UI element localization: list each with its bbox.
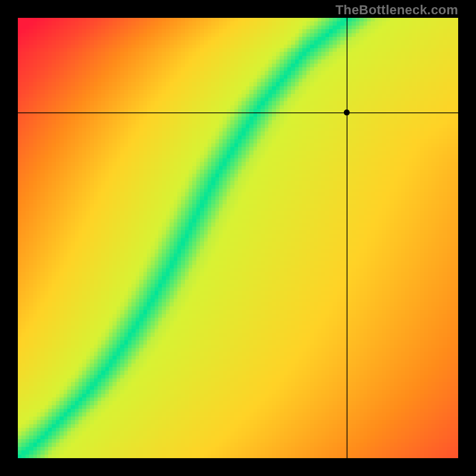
watermark-text: TheBottleneck.com [336, 2, 458, 18]
chart-container: TheBottleneck.com [0, 0, 476, 476]
heatmap-canvas [18, 18, 458, 458]
